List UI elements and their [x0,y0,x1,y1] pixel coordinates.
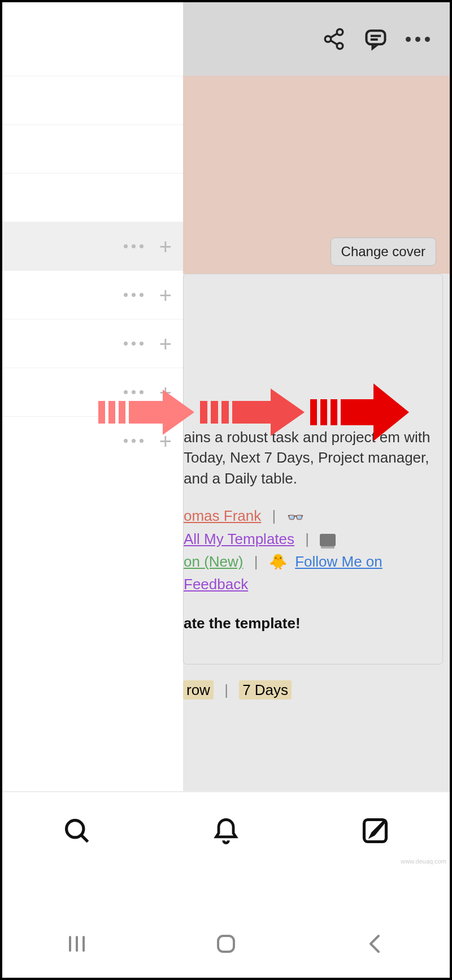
svg-rect-10 [119,401,125,424]
bottom-app-bar [2,791,450,869]
svg-rect-15 [221,401,229,424]
app-frame: Change cover ains a robust task and proj… [0,0,452,980]
svg-point-0 [337,29,343,36]
separator: | [298,530,316,547]
svg-line-24 [82,836,88,842]
chick-icon: 🐥 [269,553,287,570]
svg-rect-21 [341,399,373,425]
svg-marker-17 [271,388,305,436]
svg-rect-19 [320,399,327,425]
page-cover: Change cover [183,76,450,274]
svg-marker-22 [373,383,409,441]
svg-point-23 [67,821,84,837]
change-cover-button[interactable]: Change cover [331,238,436,266]
svg-marker-12 [163,390,194,435]
sidebar-item-selected[interactable]: + [2,222,183,270]
sidebar-item-add-icon[interactable]: + [159,284,172,306]
sidebar-item[interactable]: + [2,270,183,319]
callout-cta: ate the template! [184,612,433,634]
svg-rect-18 [310,399,317,425]
svg-rect-11 [129,401,163,424]
sidebar-item[interactable] [2,173,183,222]
author-link[interactable]: omas Frank [184,507,261,524]
svg-rect-13 [200,401,207,424]
svg-rect-8 [98,401,105,424]
svg-line-4 [331,40,337,44]
svg-point-1 [325,36,331,42]
sidebar-item-more-icon[interactable] [124,244,144,248]
swipe-arrow-icon [200,384,305,441]
callout-box: ains a robust task and project em with T… [183,274,443,664]
sidebar-item-add-icon[interactable]: + [159,333,172,355]
monitor-icon [320,534,336,546]
page-body: ains a robust task and project em with T… [183,274,450,699]
search-icon[interactable] [62,816,92,845]
system-nav-bar [2,910,450,978]
back-icon[interactable] [364,932,386,955]
glasses-icon: 👓 [287,507,304,528]
svg-rect-20 [331,399,337,425]
sidebar-item[interactable] [2,76,183,124]
sidebar-item-add-icon[interactable]: + [159,236,172,257]
svg-rect-29 [218,936,234,952]
callout-links: omas Frank | 👓 All My Templates | on (Ne… [184,504,433,634]
separator: | [218,681,235,698]
more-icon[interactable] [405,26,431,52]
templates-link[interactable]: All My Templates [184,530,294,547]
compose-icon[interactable] [360,816,390,845]
svg-rect-14 [211,401,218,424]
feedback-link[interactable]: Feedback [184,576,248,593]
home-icon[interactable] [215,932,237,955]
sidebar-item-more-icon[interactable] [124,293,144,297]
sidebar-item-more-icon[interactable] [124,342,144,346]
sidebar-item[interactable]: + [2,319,183,368]
share-icon[interactable] [321,26,347,52]
comment-icon[interactable] [363,26,389,52]
filter-row: row | 7 Days [183,681,443,699]
svg-rect-5 [367,31,385,44]
svg-point-2 [337,43,343,49]
bell-icon[interactable] [211,816,241,845]
new-link[interactable]: on (New) [184,553,243,570]
svg-line-3 [331,33,337,37]
swipe-arrow-icon [310,384,409,441]
recents-icon[interactable] [66,932,88,955]
sidebar-item[interactable] [2,124,183,173]
separator: | [266,507,283,524]
filter-tomorrow[interactable]: row [183,680,214,700]
watermark: www.deuaq.com [401,858,446,865]
follow-link[interactable]: Follow Me on [295,553,383,570]
swipe-arrow-icon [98,384,194,441]
top-toolbar [183,2,450,76]
filter-7days[interactable]: 7 Days [239,680,292,700]
separator: | [247,553,265,570]
svg-rect-9 [108,401,115,424]
svg-rect-16 [232,401,271,424]
